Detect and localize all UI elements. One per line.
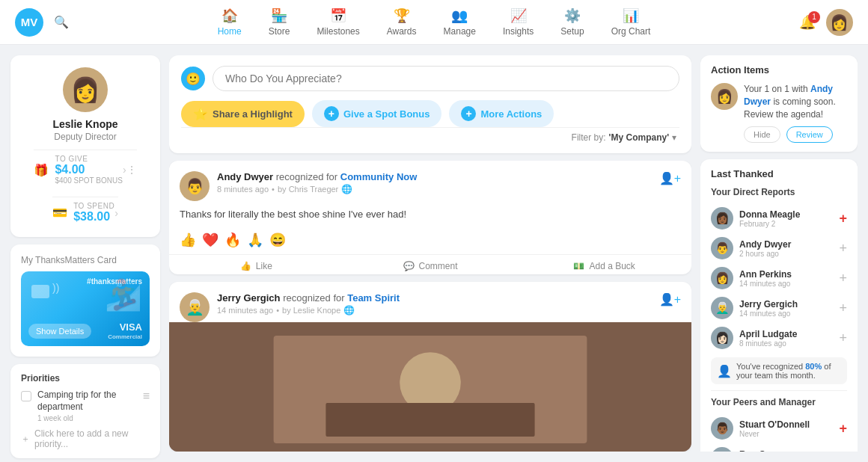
reaction-heart[interactable]: ❤️ [202,232,218,248]
visa-waves: )) [52,282,59,294]
left-sidebar: 👩 Leslie Knope Deputy Director 🎁 TO GIVE… [10,55,160,452]
to-spend-amount: $38.00 [73,210,114,224]
nav-links: 🏠Home🏪Store📅Milestones🏆Awards👥Manage📈Ins… [204,7,664,37]
nav-item-milestones[interactable]: 📅Milestones [303,7,373,37]
nav-item-home[interactable]: 🏠Home [204,7,255,37]
more-actions-button[interactable]: + More Actions [449,100,554,127]
priority-age: 1 week old [37,414,137,422]
search-icon[interactable]: 🔍 [54,15,69,29]
profile-name: Leslie Knope [52,118,117,130]
review-button[interactable]: Review [786,126,833,143]
filter-chevron[interactable]: ▾ [672,132,676,143]
priority-menu-icon[interactable]: ≡ [143,389,150,403]
to-spend-label: TO SPEND [73,202,114,210]
add-button-ann[interactable]: + [839,271,847,285]
nav-item-store[interactable]: 🏪Store [255,7,304,37]
hide-button[interactable]: Hide [744,126,780,143]
last-thanked-card: Last Thanked Your Direct Reports 👩🏾 Donn… [700,159,858,452]
reaction-laugh[interactable]: 😄 [269,232,286,248]
to-give-sub: $400 SPOT BONUS [55,176,122,185]
globe-icon-1: 🌐 [341,184,352,194]
logo[interactable]: MV [15,8,43,37]
comment-button-1[interactable]: 💬 Comment [343,255,518,274]
give-spot-bonus-button[interactable]: + Give a Spot Bonus [312,100,442,127]
to-spend-chevron[interactable]: › [114,207,118,219]
add-priority-button[interactable]: ＋ Click here to add a new priority... [21,428,150,449]
person-avatar-stuart: 👨🏾 [711,417,733,440]
feed-avatar-2: 👨‍🦳 [180,292,210,322]
show-details-button[interactable]: Show Details [28,324,91,339]
add-friend-icon-2[interactable]: 👤+ [659,292,681,307]
notifications-button[interactable]: 🔔 1 [799,14,816,31]
recognition-note: 👤 You've recognized 80% of your team thi… [711,357,847,384]
nav-item-insights[interactable]: 📈Insights [489,7,547,37]
notif-count: 1 [808,11,820,23]
person-name-jerry: Jerry Gergich [739,299,833,309]
person-avatar-ann: 👩 [711,267,733,289]
feed-actions-1: 👍 Like 💬 Comment 💵 Add a Buck [169,254,691,274]
appreciate-input[interactable] [213,66,679,91]
person-info-april: April Ludgate 8 minutes ago [739,329,833,348]
filter-row: Filter by: 'My Company' ▾ [181,127,679,143]
priority-checkbox[interactable] [21,391,31,401]
to-spend-row: 💳 TO SPEND $38.00 › [52,197,118,228]
person-time-donna: February 2 [739,220,833,228]
reaction-fire[interactable]: 🔥 [224,232,241,248]
add-button-donna[interactable]: + [839,212,847,225]
reaction-pray[interactable]: 🙏 [247,232,263,248]
feed-body-1: Thanks for literally the best shoe shine… [169,201,691,227]
person-info-donna: Donna Meagle February 2 [739,209,833,228]
profile-card: 👩 Leslie Knope Deputy Director 🎁 TO GIVE… [10,55,160,237]
star-icon: ⭐ [193,107,208,121]
reaction-thumbs[interactable]: 👍 [180,232,196,248]
feed-avatar-1: 👨 [180,171,210,201]
nav-icon-milestones: 📅 [330,7,346,24]
feed-meta-2: Jerry Gergich recognized for Team Spirit… [217,292,652,315]
nav-item-awards[interactable]: 🏆Awards [373,7,430,37]
plus-circle-icon-2: + [461,106,476,121]
feed-author-1: Andy Dwyer recognized for Community Now [217,171,652,182]
person-ann: 👩 Ann Perkins 14 minutes ago + [711,263,847,293]
to-give-menu[interactable]: ⋮ [126,164,137,176]
action-item-avatar: 👩 [711,83,738,110]
person-avatar-jerry: 👨‍🦳 [711,297,733,319]
nav-item-manage[interactable]: 👥Manage [430,7,489,37]
feed-meta-1: Andy Dwyer recognized for Community Now … [217,171,652,194]
action-buttons: ⭐ Share a Highlight + Give a Spot Bonus … [181,100,679,127]
to-give-label: TO GIVE [55,155,122,163]
buck-button-1[interactable]: 💵 Add a Buck [517,255,691,274]
nav-right: 🔔 1 👩 [799,9,853,36]
nav-item-orgchart[interactable]: 📊Org Chart [598,7,664,37]
person-time-april: 8 minutes ago [739,339,833,348]
person-info-ann: Ann Perkins 14 minutes ago [739,269,833,288]
add-button-jerry[interactable]: + [839,301,847,315]
topnav: MV 🔍 🏠Home🏪Store📅Milestones🏆Awards👥Manag… [0,0,868,45]
person-info-andy: Andy Dwyer 2 hours ago [739,239,833,258]
priorities-title: Priorities [21,373,150,384]
add-friend-icon-1[interactable]: 👤+ [659,171,681,185]
to-give-amount: $4.00 [55,163,122,176]
feed-scroll: 👨 Andy Dwyer recognized for Community No… [169,161,691,452]
filter-label: Filter by: [572,132,606,143]
nav-icon-manage: 👥 [451,7,468,24]
divider [711,390,847,391]
user-avatar[interactable]: 👩 [826,9,853,36]
like-button-1[interactable]: 👍 Like [169,255,343,274]
add-button-april[interactable]: + [839,331,847,345]
like-icon-1: 👍 [240,261,251,271]
share-highlight-button[interactable]: ⭐ Share a Highlight [181,101,305,127]
center-column: 🙂 ⭐ Share a Highlight + Give a Spot Bonu… [169,55,691,452]
person-info-stuart: Stuart O'Donnell Never [739,419,833,438]
add-button-stuart[interactable]: + [839,422,847,435]
gift-icon: 🎁 [34,163,49,177]
priority-item: Camping trip for the department 1 week o… [21,389,150,422]
nav-item-setup[interactable]: ⚙️Setup [547,7,597,37]
person-ron: 👨 Ron Swanson Nov 17, 2021 + [711,443,847,452]
person-time-ann: 14 minutes ago [739,280,833,288]
priorities-card: Priorities Camping trip for the departme… [10,364,160,458]
feed-reactions-1: 👍 ❤️ 🔥 🙏 😄 [169,227,691,254]
person-name-stuart: Stuart O'Donnell [739,419,833,430]
nav-icon-awards: 🏆 [394,7,410,24]
add-button-andy[interactable]: + [839,241,847,255]
action-item-text: Your 1 on 1 with Andy Dwyer is coming so… [744,83,847,143]
